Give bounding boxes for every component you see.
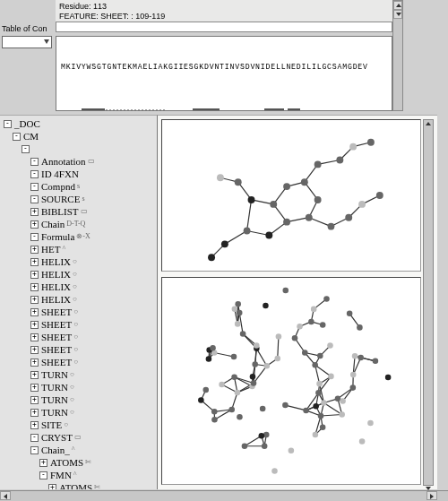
tree-item-4[interactable]: +BIBLIST ▭	[4, 205, 157, 218]
tree-item-6[interactable]: -Formula ⊗-X	[4, 230, 157, 243]
tree-toggle-icon[interactable]: +	[39, 459, 47, 467]
tree-item-label: Formula	[41, 230, 74, 243]
svg-point-158	[358, 355, 364, 361]
bottom-scrollbar-horizontal[interactable]	[0, 490, 448, 501]
tree-toggle-icon[interactable]: -	[22, 145, 30, 153]
tree-toggle-icon[interactable]: +	[30, 321, 39, 329]
tree-toggle-icon[interactable]: +	[30, 371, 39, 379]
scroll-right-icon[interactable]	[426, 491, 437, 500]
tree-type-icon: s	[77, 180, 80, 193]
svg-point-184	[320, 322, 326, 328]
tree-item-12[interactable]: +SHEET ○	[4, 306, 157, 318]
tree-toggle-icon[interactable]: +	[30, 220, 39, 229]
tree-item-15[interactable]: +SHEET ○	[4, 343, 157, 356]
svg-point-151	[328, 374, 334, 380]
tree-item-14[interactable]: +SHEET ○	[4, 331, 157, 343]
tree-item-23[interactable]: -Chain_ ^	[4, 444, 157, 456]
top-scrollbar-vertical[interactable]	[392, 0, 403, 111]
tree-toggle-icon[interactable]: +	[30, 258, 39, 266]
tree-type-icon: ✄	[85, 456, 91, 469]
tree-item-label: ATOMS	[59, 481, 92, 489]
tree-toggle-icon[interactable]: +	[30, 308, 39, 316]
tree-item-13[interactable]: +SHEET ○	[4, 318, 157, 331]
tree-toggle-icon[interactable]: +	[30, 421, 39, 429]
tree-toggle-icon[interactable]: +	[30, 384, 39, 392]
svg-point-38	[358, 201, 366, 208]
svg-point-200	[232, 307, 238, 313]
tree-item-label: ID 4FXN	[41, 168, 79, 180]
tree-toggle-icon[interactable]: +	[30, 358, 39, 367]
svg-point-167	[235, 390, 241, 396]
tree-item-label: _DOC	[14, 117, 40, 130]
svg-point-194	[250, 374, 256, 380]
tree-toggle-icon[interactable]: -	[13, 133, 21, 141]
sequence-text-field[interactable]	[56, 22, 392, 32]
tree-panel[interactable]: -_DOC-CM--Annotation ▭-ID 4FXN-Compnd s-…	[0, 115, 158, 489]
tree-item-20[interactable]: +TURN ○	[4, 406, 157, 419]
tree-item-3[interactable]: -SOURCE s	[4, 193, 157, 205]
tree-item-24[interactable]: +ATOMS ✄	[4, 456, 157, 469]
protein-view[interactable]	[161, 277, 421, 485]
scroll-up-icon[interactable]	[393, 1, 402, 10]
tree-item-8[interactable]: +HELIX ○	[4, 255, 157, 268]
table-of-contents-panel: Table of Con	[0, 22, 56, 66]
tree-toggle-icon[interactable]: -	[30, 158, 39, 166]
tree-item-16[interactable]: +SHEET ○	[4, 356, 157, 368]
tree-item-0[interactable]: -Annotation ▭	[4, 155, 157, 168]
tree-item-18[interactable]: +TURN ○	[4, 381, 157, 393]
tree-item-9[interactable]: +HELIX ○	[4, 268, 157, 281]
tree-item-26[interactable]: +ATOMS ✄	[4, 481, 157, 489]
svg-point-172	[339, 411, 345, 418]
tree-toggle-icon[interactable]: +	[30, 283, 39, 291]
svg-point-150	[282, 402, 289, 409]
svg-point-139	[303, 408, 309, 414]
tree-toggle-icon[interactable]: -	[30, 446, 39, 454]
tree-item-17[interactable]: +TURN ○	[4, 368, 157, 381]
svg-point-131	[357, 324, 363, 331]
tree-toggle-icon[interactable]: -	[4, 120, 12, 128]
tree-toggle-icon[interactable]: +	[30, 346, 39, 354]
tree-item-label: SHEET	[41, 343, 72, 356]
views-scrollbar-vertical[interactable]	[423, 119, 434, 486]
tree-node-cm[interactable]: -CM	[4, 130, 157, 143]
sequence-panel[interactable]: MKIVYWSGTGNTEKMAELIAKGIIESGKDVNTINVSDVNI…	[56, 36, 392, 111]
svg-line-5	[247, 200, 252, 231]
tree-root-doc[interactable]: -_DOC	[4, 117, 157, 130]
toc-dropdown[interactable]	[2, 36, 52, 48]
scroll-left-icon[interactable]	[0, 491, 11, 500]
svg-point-140	[237, 310, 243, 316]
tree-item-25[interactable]: -FMN ^	[4, 469, 157, 481]
tree-item-5[interactable]: +Chain D-T-Q	[4, 218, 157, 230]
scroll-down-icon[interactable]	[393, 10, 402, 19]
tree-toggle-icon[interactable]: +	[48, 484, 56, 490]
tree-item-2[interactable]: -Compnd s	[4, 180, 157, 193]
tree-toggle-icon[interactable]: -	[30, 183, 39, 191]
tree-item-7[interactable]: +HET ^	[4, 243, 157, 255]
tree-item-10[interactable]: +HELIX ○	[4, 281, 157, 293]
tree-item-22[interactable]: -CRYST ▭	[4, 431, 157, 444]
tree-toggle-icon[interactable]: -	[30, 233, 39, 241]
tree-item-19[interactable]: +TURN ○	[4, 393, 157, 406]
tree-toggle-icon[interactable]: +	[30, 271, 39, 279]
tree-toggle-icon[interactable]: +	[30, 208, 39, 216]
tree-item-21[interactable]: +SITE ○	[4, 419, 157, 431]
tree-toggle-icon[interactable]: +	[30, 296, 39, 304]
tree-toggle-icon[interactable]: -	[30, 195, 39, 203]
toc-label: Table of Con	[2, 23, 54, 34]
tree-item-1[interactable]: -ID 4FXN	[4, 168, 157, 180]
tree-toggle-icon[interactable]: +	[30, 396, 39, 404]
tree-item-11[interactable]: +HELIX ○	[4, 293, 157, 306]
tree-toggle-icon[interactable]: -	[39, 471, 47, 479]
svg-line-49	[214, 353, 234, 358]
tree-toggle-icon[interactable]: +	[30, 246, 39, 254]
svg-point-32	[314, 160, 322, 168]
svg-point-182	[323, 296, 330, 302]
ligand-view[interactable]	[161, 119, 421, 272]
tree-type-icon: ○	[73, 293, 77, 306]
tree-toggle-icon[interactable]: -	[30, 434, 39, 442]
tree-node[interactable]: -	[4, 143, 157, 155]
tree-type-icon: ○	[73, 343, 78, 356]
tree-toggle-icon[interactable]: +	[30, 409, 39, 417]
tree-toggle-icon[interactable]: +	[30, 333, 39, 341]
tree-toggle-icon[interactable]: -	[30, 170, 39, 178]
